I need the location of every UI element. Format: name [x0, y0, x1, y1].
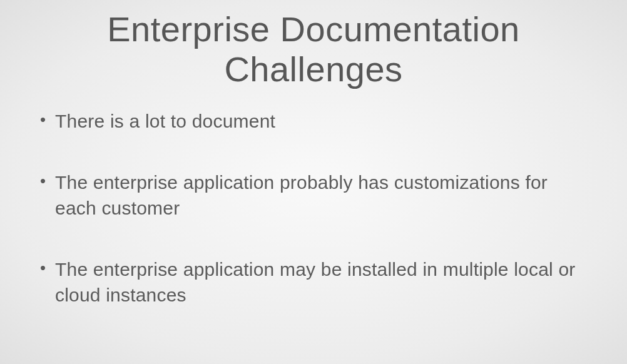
slide-container: Enterprise Documentation Challenges Ther… [0, 0, 627, 364]
list-item: The enterprise application probably has … [38, 170, 589, 221]
list-item: There is a lot to document [38, 109, 589, 134]
list-item: The enterprise application may be instal… [38, 257, 589, 308]
bullet-list: There is a lot to document The enterpris… [38, 109, 589, 339]
slide-title: Enterprise Documentation Challenges [38, 9, 589, 90]
